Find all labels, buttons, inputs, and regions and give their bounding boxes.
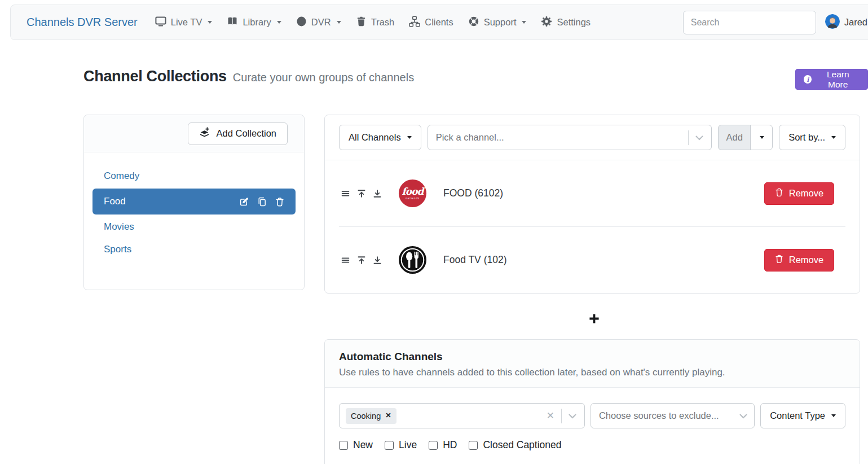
user-menu[interactable]: Jared [825,14,867,31]
nav-item-settings[interactable]: Settings [534,11,598,34]
move-top-icon[interactable] [357,189,366,198]
page-title: Channel Collections [83,68,227,85]
channel-row-food-network: food network FOOD (6102) Remove [325,160,860,226]
add-dropdown-toggle[interactable] [750,125,773,150]
exclude-placeholder: Choose sources to exclude... [599,410,719,421]
collection-item-sports[interactable]: Sports [92,238,296,261]
pick-channel-select[interactable]: Pick a channel... [428,125,712,150]
dvr-circle-icon [296,16,307,29]
nav-menu: Live TV Library DVR Trash Clients Suppor… [148,11,598,34]
brand-link[interactable]: Channels DVR Server [27,16,138,29]
network-icon [409,16,420,29]
food-tv-logo [399,246,426,274]
content-type-dropdown[interactable]: Content Type [760,403,845,428]
checkbox-closed-captioned[interactable]: Closed Captioned [469,439,561,451]
logo-text: food [402,187,424,196]
checkbox-new[interactable]: New [339,439,373,451]
nav-label: Support [484,17,517,28]
learn-more-label: Learn More [816,69,860,90]
nav-item-library[interactable]: Library [219,11,288,34]
caret-down-icon [277,21,281,24]
chevron-down-icon[interactable] [569,411,576,421]
automatic-channels-title: Automatic Channels [339,351,845,363]
channels-card: All Channels Pick a channel... Add Sort … [324,115,860,294]
collections-card: Add Collection Comedy Food Movies Sports [83,115,305,290]
display-icon [155,16,166,29]
nav-label: Trash [371,17,395,28]
select-controls [732,404,754,428]
move-bottom-icon[interactable] [373,256,382,265]
reorder-controls [341,189,382,198]
checkbox-label: Closed Captioned [483,439,561,451]
caret-down-icon [760,136,764,139]
genre-tag-select[interactable]: Cooking ✕ ✕ [339,403,585,428]
search-input[interactable] [683,11,816,34]
checkbox-label: Live [399,439,417,451]
remove-label: Remove [789,188,823,199]
checkbox-box[interactable] [469,441,478,450]
sort-by-label: Sort by... [788,132,825,143]
add-collection-label: Add Collection [217,128,276,139]
move-bottom-icon[interactable] [373,189,382,198]
copy-icon[interactable] [257,197,267,207]
exclude-sources-select[interactable]: Choose sources to exclude... [591,403,755,428]
channel-name: Food TV (102) [443,254,507,266]
remove-label: Remove [789,255,823,265]
logo-subtext: network [406,197,420,200]
collections-card-header: Add Collection [84,115,304,152]
collection-item-label: Food [104,196,126,207]
divider [688,130,689,145]
drag-list-icon[interactable] [341,256,350,265]
plus-icon [589,313,600,326]
channel-filter-dropdown[interactable]: All Channels [339,125,421,150]
remove-channel-button[interactable]: Remove [764,182,834,205]
checkbox-box[interactable] [429,441,438,450]
nav-item-trash[interactable]: Trash [349,11,402,34]
add-collection-button[interactable]: Add Collection [188,122,288,145]
nav-item-live-tv[interactable]: Live TV [148,11,220,34]
collection-item-movies[interactable]: Movies [92,216,296,238]
checkbox-live[interactable]: Live [385,439,417,451]
chevron-down-icon[interactable] [695,133,703,143]
automatic-channels-body: Cooking ✕ ✕ Choose sources to exclude...… [325,388,860,451]
collection-item-food-selected[interactable]: Food [92,189,296,215]
caret-down-icon [208,21,212,24]
gear-icon [541,16,552,29]
collection-item-comedy[interactable]: Comedy [92,165,296,187]
add-rule-button[interactable] [587,313,601,326]
sort-by-dropdown[interactable]: Sort by... [779,125,845,150]
clear-icon[interactable]: ✕ [547,411,554,421]
checkbox-box[interactable] [385,441,394,450]
edit-icon[interactable] [239,197,249,207]
add-button[interactable]: Add [718,125,751,150]
remove-tag-icon[interactable]: ✕ [385,412,391,419]
select-controls [680,125,711,150]
book-icon [227,16,238,29]
nav-label: DVR [311,17,331,28]
nav-label: Settings [557,17,591,28]
checkbox-box[interactable] [339,441,348,450]
stack-plus-icon [199,127,210,141]
genre-tag-cooking: Cooking ✕ [346,408,396,424]
checkbox-hd[interactable]: HD [429,439,457,451]
nav-item-dvr[interactable]: DVR [289,11,349,34]
nav-item-clients[interactable]: Clients [402,11,460,34]
remove-channel-button[interactable]: Remove [764,249,834,272]
nav-label: Clients [425,17,453,28]
checkbox-label: New [353,439,373,451]
top-navbar: Channels DVR Server Live TV Library DVR … [10,5,868,40]
chevron-down-icon[interactable] [739,410,747,421]
learn-more-button[interactable]: i Learn More [795,69,868,90]
life-ring-icon [468,16,479,29]
flag-checkboxes: New Live HD Closed Captioned [339,439,845,451]
caret-down-icon [831,414,836,417]
nav-item-support[interactable]: Support [461,11,534,34]
channel-filter-label: All Channels [349,132,401,143]
channels-toolbar: All Channels Pick a channel... Add Sort … [325,115,860,160]
move-top-icon[interactable] [357,256,366,265]
nav-label: Live TV [171,17,202,28]
checkbox-label: HD [443,439,457,451]
trash-icon [775,254,783,266]
trash-icon[interactable] [275,197,284,207]
drag-list-icon[interactable] [341,189,350,198]
